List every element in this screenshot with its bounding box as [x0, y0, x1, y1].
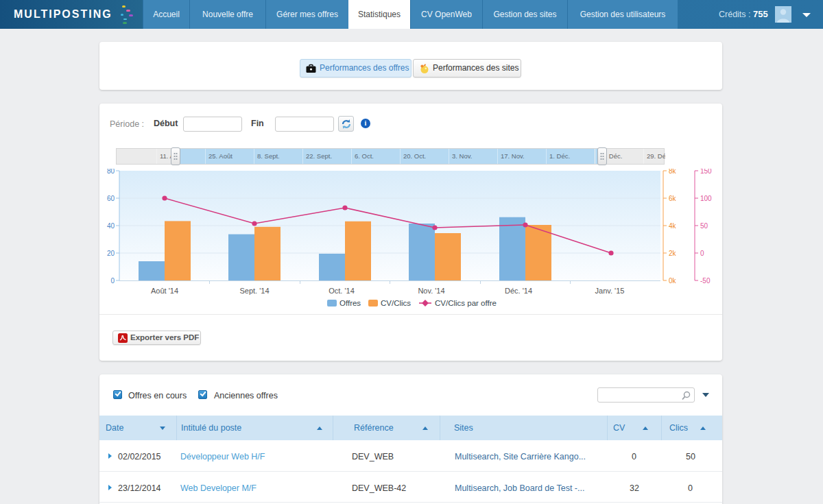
svg-text:2k: 2k	[669, 250, 677, 257]
svg-text:CV/Clics par offre: CV/Clics par offre	[435, 299, 497, 307]
svg-text:Déc. '14: Déc. '14	[505, 287, 532, 295]
svg-text:0: 0	[110, 277, 115, 285]
svg-text:CV/Clics: CV/Clics	[381, 299, 411, 307]
svg-text:8k: 8k	[669, 169, 677, 175]
svg-text:Offres: Offres	[339, 299, 361, 307]
svg-text:Janv. '15: Janv. '15	[595, 287, 625, 295]
svg-text:0k: 0k	[669, 277, 677, 285]
svg-text:Nov. '14: Nov. '14	[418, 287, 444, 295]
svg-text:20: 20	[107, 250, 115, 257]
svg-text:60: 60	[107, 195, 115, 202]
svg-text:150: 150	[700, 169, 712, 175]
svg-text:0: 0	[700, 250, 704, 257]
svg-text:100: 100	[700, 195, 712, 202]
svg-text:Août '14: Août '14	[151, 287, 178, 295]
svg-text:50: 50	[700, 222, 708, 230]
svg-text:40: 40	[107, 222, 115, 230]
svg-text:Sept. '14: Sept. '14	[239, 287, 269, 295]
svg-text:6k: 6k	[669, 195, 677, 202]
svg-text:4k: 4k	[669, 222, 677, 230]
svg-text:-50: -50	[700, 277, 711, 285]
svg-text:Oct. '14: Oct. '14	[329, 287, 355, 295]
svg-text:80: 80	[107, 169, 115, 175]
